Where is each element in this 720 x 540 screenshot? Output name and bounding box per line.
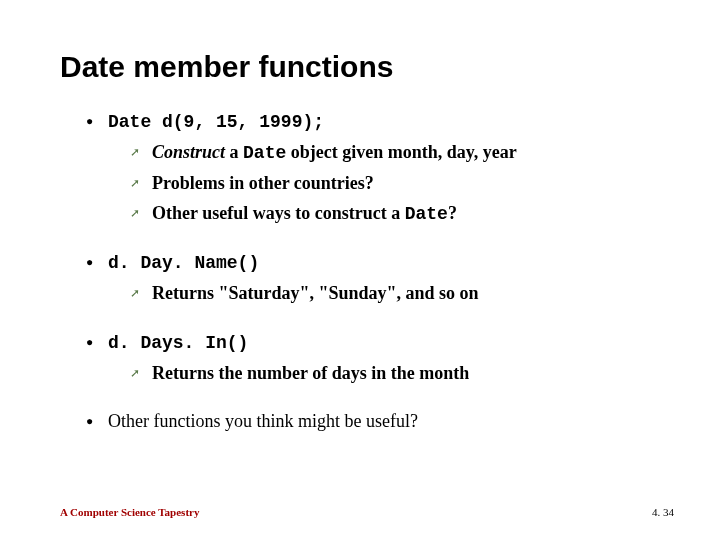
- bullet-head-code: Date d(9, 15, 1999);: [108, 112, 324, 132]
- text-run: Date: [405, 204, 448, 224]
- bullet-item: d. Days. In()Returns the number of days …: [86, 329, 660, 386]
- bullet-item: Other functions you think might be usefu…: [86, 408, 660, 434]
- bullet-head-code: d. Day. Name(): [108, 253, 259, 273]
- sub-bullet-item: Returns "Saturday", "Sunday", and so on: [130, 280, 660, 306]
- sub-bullet-list: Construct a Date object given month, day…: [108, 139, 660, 227]
- bullet-item: d. Day. Name()Returns "Saturday", "Sunda…: [86, 249, 660, 306]
- text-run: Returns "Saturday", "Sunday", and so on: [152, 283, 479, 303]
- bullet-head-code: d. Days. In(): [108, 333, 248, 353]
- sub-bullet-item: Other useful ways to construct a Date?: [130, 200, 660, 227]
- text-run: Other useful ways to construct a: [152, 203, 405, 223]
- bullet-list: Date d(9, 15, 1999);Construct a Date obj…: [60, 108, 660, 434]
- footer-right: 4. 34: [652, 506, 674, 518]
- text-run: Date: [243, 143, 286, 163]
- text-run: Construct: [152, 142, 225, 162]
- text-run: ?: [448, 203, 457, 223]
- sub-bullet-item: Construct a Date object given month, day…: [130, 139, 660, 166]
- sub-bullet-list: Returns the number of days in the month: [108, 360, 660, 386]
- text-run: Problems in other countries?: [152, 173, 374, 193]
- sub-bullet-item: Returns the number of days in the month: [130, 360, 660, 386]
- bullet-head-text: Other functions you think might be usefu…: [108, 411, 418, 431]
- sub-bullet-item: Problems in other countries?: [130, 170, 660, 196]
- text-run: a: [225, 142, 243, 162]
- text-run: Returns the number of days in the month: [152, 363, 469, 383]
- slide: Date member functions Date d(9, 15, 1999…: [0, 0, 720, 540]
- text-run: object given month, day, year: [286, 142, 516, 162]
- footer-left: A Computer Science Tapestry: [60, 506, 199, 518]
- bullet-item: Date d(9, 15, 1999);Construct a Date obj…: [86, 108, 660, 227]
- sub-bullet-list: Returns "Saturday", "Sunday", and so on: [108, 280, 660, 306]
- slide-title: Date member functions: [60, 50, 660, 84]
